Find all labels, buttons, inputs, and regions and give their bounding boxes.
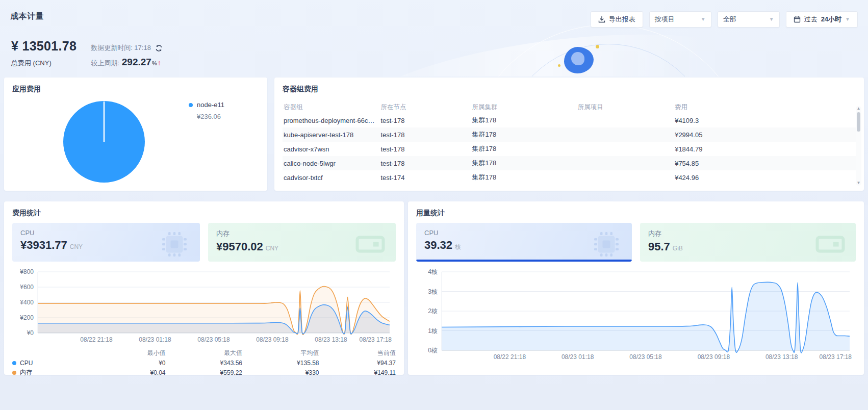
download-icon bbox=[598, 16, 605, 23]
group-by-select[interactable]: 按项目 ▼ bbox=[649, 11, 711, 28]
legend-item-cpu[interactable]: CPU ¥0 ¥343.56 ¥135.58 ¥94.37 bbox=[12, 358, 396, 368]
legend-item-memory[interactable]: 内存 ¥0.04 ¥559.22 ¥330 ¥149.11 bbox=[12, 368, 396, 377]
legend-dot bbox=[12, 361, 16, 365]
svg-text:08/23 05:18: 08/23 05:18 bbox=[197, 336, 230, 343]
legend-dot bbox=[12, 371, 16, 375]
memory-icon bbox=[812, 226, 849, 262]
period-comparison: 较上周期: 292.27 % ↑ bbox=[91, 57, 163, 68]
total-cost-label: 总费用 (CNY) bbox=[11, 59, 76, 68]
usage-statistics-title: 用量统计 bbox=[416, 209, 856, 218]
usage-statistics-panel: 用量统计 CPU 39.32核 内存 95.7GiB bbox=[408, 201, 864, 375]
cpu-chip-icon bbox=[588, 226, 625, 262]
update-time-label: 数据更新时间: 17:18 bbox=[91, 43, 151, 53]
svg-text:08/23 01:18: 08/23 01:18 bbox=[139, 336, 171, 343]
table-row: cadvisor-txtcftest-174集群178¥424.96 bbox=[283, 170, 856, 185]
chevron-down-icon: ▼ bbox=[845, 17, 850, 22]
pie-legend: node-e11 ¥236.06 bbox=[189, 101, 224, 120]
table-row: kube-apiserver-test-178test-178集群178¥299… bbox=[283, 127, 856, 142]
svg-text:08/23 09:18: 08/23 09:18 bbox=[256, 336, 289, 343]
app-cost-panel: 应用费用 node-e11 ¥236.06 bbox=[4, 78, 267, 191]
pod-cost-panel: 容器组费用 容器组 所在节点 所属集群 所属项目 费用 prometheus-d… bbox=[274, 78, 864, 191]
svg-text:¥400: ¥400 bbox=[19, 299, 34, 306]
cpu-chip-icon bbox=[156, 226, 193, 262]
svg-text:08/23 05:18: 08/23 05:18 bbox=[629, 353, 662, 361]
scope-select[interactable]: 全部 ▼ bbox=[718, 11, 780, 28]
cost-line-chart: ¥0¥200¥400¥600¥80008/22 21:1808/23 01:18… bbox=[12, 268, 396, 345]
cost-statistics-panel: 费用统计 CPU ¥3931.77CNY 内存 ¥9570.02CNY bbox=[4, 201, 404, 375]
svg-text:08/23 13:18: 08/23 13:18 bbox=[765, 353, 798, 361]
table-row: cadvisor-x7wsntest-178集群178¥1844.79 bbox=[283, 142, 856, 156]
svg-text:08/23 17:18: 08/23 17:18 bbox=[820, 353, 852, 361]
cpu-usage-card[interactable]: CPU 39.32核 bbox=[416, 223, 632, 262]
pod-cost-title: 容器组费用 bbox=[283, 85, 856, 94]
chevron-down-icon: ▼ bbox=[701, 17, 706, 22]
svg-text:2核: 2核 bbox=[428, 308, 438, 315]
period-change-value: 292.27 bbox=[122, 57, 151, 68]
cost-statistics-title: 费用统计 bbox=[12, 209, 396, 218]
memory-usage-card[interactable]: 内存 95.7GiB bbox=[640, 223, 856, 262]
svg-text:08/23 17:18: 08/23 17:18 bbox=[360, 336, 392, 343]
stats-header-row: 最小值 最大值 平均值 当前值 bbox=[12, 348, 396, 358]
legend-item-node-e11[interactable]: node-e11 bbox=[189, 101, 224, 109]
app-cost-pie-chart bbox=[61, 99, 147, 187]
trend-up-icon: ↑ bbox=[158, 59, 161, 67]
svg-text:4核: 4核 bbox=[428, 268, 438, 275]
scroll-up-icon[interactable]: ▲ bbox=[857, 106, 861, 111]
time-range-button[interactable]: 过去 24小时 ▼ bbox=[786, 11, 858, 28]
cost-summary: ¥ 13501.78 总费用 (CNY) 数据更新时间: 17:18 较上周期:… bbox=[4, 28, 864, 68]
legend-value: ¥236.06 bbox=[189, 113, 224, 120]
svg-text:¥800: ¥800 bbox=[19, 268, 34, 275]
cost-metering-page: 成本计量 导出报表 按项目 ▼ 全部 ▼ bbox=[0, 0, 868, 410]
memory-icon bbox=[352, 226, 389, 262]
svg-text:¥0: ¥0 bbox=[27, 329, 34, 337]
svg-text:0核: 0核 bbox=[428, 347, 438, 354]
svg-text:08/23 09:18: 08/23 09:18 bbox=[698, 353, 730, 361]
export-report-button[interactable]: 导出报表 bbox=[591, 11, 643, 28]
pod-cost-table: 容器组 所在节点 所属集群 所属项目 费用 prometheus-deploym… bbox=[283, 101, 856, 185]
scroll-down-icon[interactable]: ▼ bbox=[857, 181, 861, 186]
svg-text:08/23 01:18: 08/23 01:18 bbox=[561, 353, 594, 361]
svg-text:¥200: ¥200 bbox=[19, 314, 34, 321]
usage-line-chart: 0核1核2核3核4核08/22 21:1808/23 01:1808/23 05… bbox=[416, 268, 856, 363]
toolbar: 导出报表 按项目 ▼ 全部 ▼ 过去 24小时 ▼ bbox=[591, 11, 858, 28]
table-scrollbar[interactable]: ▲ ▼ bbox=[856, 106, 861, 186]
svg-text:08/23 13:18: 08/23 13:18 bbox=[315, 336, 347, 343]
svg-text:08/22 21:18: 08/22 21:18 bbox=[494, 353, 526, 361]
svg-text:¥600: ¥600 bbox=[19, 284, 34, 291]
scrollbar-thumb[interactable] bbox=[857, 112, 860, 132]
legend-dot bbox=[189, 103, 193, 107]
memory-cost-card[interactable]: 内存 ¥9570.02CNY bbox=[208, 223, 396, 262]
svg-text:1核: 1核 bbox=[428, 327, 438, 335]
app-cost-title: 应用费用 bbox=[12, 85, 259, 94]
chevron-down-icon: ▼ bbox=[769, 17, 774, 22]
refresh-icon[interactable] bbox=[155, 44, 163, 52]
svg-text:3核: 3核 bbox=[428, 288, 438, 295]
table-header-row: 容器组 所在节点 所属集群 所属项目 费用 bbox=[283, 101, 856, 113]
page-header: 成本计量 导出报表 按项目 ▼ 全部 ▼ bbox=[4, 4, 864, 76]
table-row: prometheus-deployment-66c86545...test-17… bbox=[283, 113, 856, 127]
table-row: calico-node-5lwgrtest-178集群178¥754.85 bbox=[283, 156, 856, 170]
cost-stats-table: 最小值 最大值 平均值 当前值 CPU ¥0 ¥343.56 ¥135.58 ¥… bbox=[12, 348, 396, 377]
total-cost-value: ¥ 13501.78 bbox=[11, 39, 76, 54]
page-title: 成本计量 bbox=[10, 11, 44, 22]
svg-text:08/22 21:18: 08/22 21:18 bbox=[80, 336, 113, 343]
calendar-icon bbox=[794, 16, 801, 23]
cpu-cost-card[interactable]: CPU ¥3931.77CNY bbox=[12, 223, 200, 262]
